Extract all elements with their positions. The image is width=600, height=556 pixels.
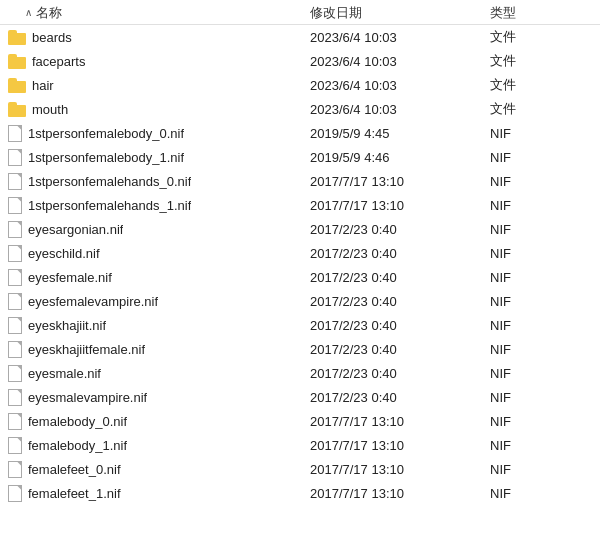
type-column-header[interactable]: 类型 <box>490 4 600 22</box>
file-date-cell: 2017/7/17 13:10 <box>310 414 490 429</box>
file-date-cell: 2019/5/9 4:45 <box>310 126 490 141</box>
file-type-cell: NIF <box>490 414 600 429</box>
file-name-cell: eyeskhajiitfemale.nif <box>0 341 310 358</box>
file-icon <box>8 413 22 430</box>
date-column-header[interactable]: 修改日期 <box>310 4 490 22</box>
file-name-cell: femalefeet_1.nif <box>0 485 310 502</box>
file-date-cell: 2017/7/17 13:10 <box>310 462 490 477</box>
list-item[interactable]: beards2023/6/4 10:03文件 <box>0 25 600 49</box>
file-name-cell: eyeskhajiit.nif <box>0 317 310 334</box>
file-name-cell: femalebody_0.nif <box>0 413 310 430</box>
list-item[interactable]: eyesmale.nif2017/2/23 0:40NIF <box>0 361 600 385</box>
file-date-cell: 2017/2/23 0:40 <box>310 366 490 381</box>
list-item[interactable]: 1stpersonfemalehands_0.nif2017/7/17 13:1… <box>0 169 600 193</box>
file-date-cell: 2017/7/17 13:10 <box>310 438 490 453</box>
file-name-text: femalefeet_0.nif <box>28 462 121 477</box>
file-type-cell: 文件 <box>490 76 600 94</box>
file-name-text: 1stpersonfemalehands_0.nif <box>28 174 191 189</box>
list-item[interactable]: mouth2023/6/4 10:03文件 <box>0 97 600 121</box>
file-name-text: hair <box>32 78 54 93</box>
file-name-cell: femalebody_1.nif <box>0 437 310 454</box>
file-icon <box>8 293 22 310</box>
file-date-cell: 2017/2/23 0:40 <box>310 390 490 405</box>
file-name-cell: 1stpersonfemalehands_1.nif <box>0 197 310 214</box>
file-list-container[interactable]: beards2023/6/4 10:03文件faceparts2023/6/4 … <box>0 25 600 556</box>
file-date-cell: 2017/2/23 0:40 <box>310 270 490 285</box>
list-item[interactable]: eyesfemalevampire.nif2017/2/23 0:40NIF <box>0 289 600 313</box>
list-item[interactable]: femalebody_1.nif2017/7/17 13:10NIF <box>0 433 600 457</box>
file-date-cell: 2017/2/23 0:40 <box>310 342 490 357</box>
sort-arrow-icon: ∧ <box>25 7 32 18</box>
file-type-cell: NIF <box>490 126 600 141</box>
file-date-cell: 2017/2/23 0:40 <box>310 294 490 309</box>
file-name-cell: 1stpersonfemalebody_1.nif <box>0 149 310 166</box>
file-type-cell: NIF <box>490 486 600 501</box>
file-type-cell: NIF <box>490 294 600 309</box>
file-icon <box>8 149 22 166</box>
file-name-cell: faceparts <box>0 54 310 69</box>
file-date-cell: 2023/6/4 10:03 <box>310 54 490 69</box>
file-type-cell: NIF <box>490 462 600 477</box>
file-date-cell: 2017/7/17 13:10 <box>310 486 490 501</box>
name-label: 名称 <box>36 4 62 22</box>
list-item[interactable]: eyesmalevampire.nif2017/2/23 0:40NIF <box>0 385 600 409</box>
file-icon <box>8 485 22 502</box>
file-date-cell: 2017/2/23 0:40 <box>310 246 490 261</box>
file-date-cell: 2017/2/23 0:40 <box>310 222 490 237</box>
list-item[interactable]: femalefeet_0.nif2017/7/17 13:10NIF <box>0 457 600 481</box>
file-name-text: eyeskhajiitfemale.nif <box>28 342 145 357</box>
list-item[interactable]: 1stpersonfemalebody_1.nif2019/5/9 4:46NI… <box>0 145 600 169</box>
file-name-cell: eyesargonian.nif <box>0 221 310 238</box>
file-icon <box>8 269 22 286</box>
file-date-cell: 2019/5/9 4:46 <box>310 150 490 165</box>
file-name-cell: 1stpersonfemalehands_0.nif <box>0 173 310 190</box>
file-name-cell: hair <box>0 78 310 93</box>
list-item[interactable]: eyeschild.nif2017/2/23 0:40NIF <box>0 241 600 265</box>
list-item[interactable]: eyeskhajiit.nif2017/2/23 0:40NIF <box>0 313 600 337</box>
file-name-cell: mouth <box>0 102 310 117</box>
list-item[interactable]: 1stpersonfemalebody_0.nif2019/5/9 4:45NI… <box>0 121 600 145</box>
file-name-text: eyesargonian.nif <box>28 222 123 237</box>
list-item[interactable]: hair2023/6/4 10:03文件 <box>0 73 600 97</box>
file-name-cell: eyesmale.nif <box>0 365 310 382</box>
file-explorer: ∧ 名称 修改日期 类型 beards2023/6/4 10:03文件facep… <box>0 0 600 556</box>
date-label: 修改日期 <box>310 5 362 20</box>
file-type-cell: NIF <box>490 342 600 357</box>
file-icon <box>8 461 22 478</box>
file-date-cell: 2023/6/4 10:03 <box>310 30 490 45</box>
file-name-cell: eyesfemale.nif <box>0 269 310 286</box>
list-item[interactable]: eyesargonian.nif2017/2/23 0:40NIF <box>0 217 600 241</box>
list-item[interactable]: faceparts2023/6/4 10:03文件 <box>0 49 600 73</box>
list-item[interactable]: femalefeet_1.nif2017/7/17 13:10NIF <box>0 481 600 505</box>
file-name-text: 1stpersonfemalebody_0.nif <box>28 126 184 141</box>
file-name-text: eyesfemalevampire.nif <box>28 294 158 309</box>
file-icon <box>8 341 22 358</box>
list-item[interactable]: 1stpersonfemalehands_1.nif2017/7/17 13:1… <box>0 193 600 217</box>
file-date-cell: 2023/6/4 10:03 <box>310 102 490 117</box>
list-item[interactable]: femalebody_0.nif2017/7/17 13:10NIF <box>0 409 600 433</box>
file-icon <box>8 173 22 190</box>
file-type-cell: 文件 <box>490 52 600 70</box>
folder-icon <box>8 102 26 117</box>
file-name-cell: eyesmalevampire.nif <box>0 389 310 406</box>
file-name-cell: femalefeet_0.nif <box>0 461 310 478</box>
file-icon <box>8 365 22 382</box>
file-date-cell: 2017/7/17 13:10 <box>310 174 490 189</box>
file-name-cell: eyesfemalevampire.nif <box>0 293 310 310</box>
column-header[interactable]: ∧ 名称 修改日期 类型 <box>0 0 600 25</box>
list-item[interactable]: eyesfemale.nif2017/2/23 0:40NIF <box>0 265 600 289</box>
type-label: 类型 <box>490 5 516 20</box>
name-column-header[interactable]: ∧ 名称 <box>0 4 310 22</box>
file-type-cell: NIF <box>490 150 600 165</box>
list-item[interactable]: eyeskhajiitfemale.nif2017/2/23 0:40NIF <box>0 337 600 361</box>
file-name-text: eyeschild.nif <box>28 246 100 261</box>
file-icon <box>8 245 22 262</box>
file-type-cell: NIF <box>490 318 600 333</box>
file-type-cell: NIF <box>490 366 600 381</box>
file-name-text: eyesmale.nif <box>28 366 101 381</box>
file-type-cell: NIF <box>490 222 600 237</box>
file-name-text: 1stpersonfemalehands_1.nif <box>28 198 191 213</box>
file-date-cell: 2017/2/23 0:40 <box>310 318 490 333</box>
file-name-cell: eyeschild.nif <box>0 245 310 262</box>
file-type-cell: NIF <box>490 390 600 405</box>
